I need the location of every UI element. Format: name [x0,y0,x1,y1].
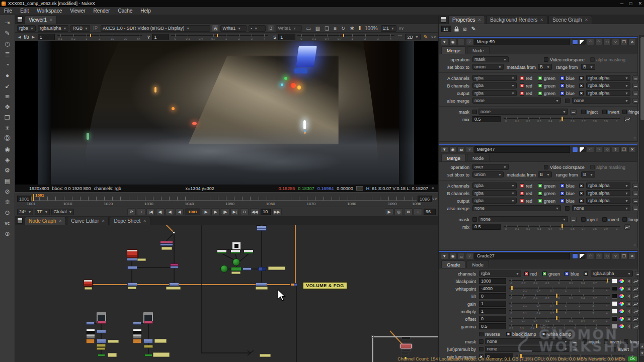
vc-icon[interactable]: vc [2,219,13,227]
dag-node-bluestack[interactable] [257,226,267,231]
operation-select[interactable]: over▼ [472,164,509,170]
views-icon[interactable]: ◉ [2,145,13,153]
range-from-select[interactable]: B▼ [581,171,595,177]
minimize-button[interactable]: ─ [620,1,623,6]
dag-sticky-note[interactable] [128,287,136,289]
exposure-next-icon[interactable]: ▶ [31,35,35,39]
red-checkbox[interactable]: ✕ [524,272,529,276]
dag-sticky-note[interactable] [162,247,172,250]
frame-range-mode-select[interactable]: Global▼ [51,209,74,215]
red-checkbox[interactable]: ✕ [520,76,524,80]
blue-checkbox[interactable]: ✕ [560,199,565,203]
range-end-input[interactable]: 96 [424,209,436,215]
split-rgba-button[interactable]: 4 [626,324,632,329]
display-channels-select[interactable]: RGB▼ [70,25,90,32]
split-rgba-button[interactable]: 4 [626,286,632,292]
gain-slider[interactable]: 00.10.40.71234 [509,301,610,307]
panel-tab-merge[interactable]: Merge [441,154,466,161]
channel-more-button[interactable]: ▬ [570,217,577,222]
alpha-channel-select[interactable]: rgba.alpha▼ [586,183,630,189]
dag-node-blue[interactable] [97,330,106,333]
dag-node-whitedot[interactable] [173,231,175,234]
keyer-icon[interactable]: ↙ [2,81,13,90]
info-options-icon[interactable]: ▼ [431,187,435,190]
red-checkbox[interactable]: ✕ [520,184,524,188]
mix-input[interactable]: 0.5 [472,116,501,122]
video-colorspace-checkbox[interactable] [544,57,548,62]
black-clamp-checkbox[interactable]: ✕ [506,332,511,336]
dag-node-blue[interactable] [133,322,141,325]
mask-select[interactable]: none▼ [478,216,568,222]
toolsets-icon[interactable]: ⚙ [2,166,13,174]
invert-checkbox[interactable] [602,217,607,222]
alpha-checkbox[interactable]: ✕ [579,91,584,96]
blackpoint-slider[interactable]: -1-0.7-0.4-0.100.10.40.71 [509,278,610,285]
slider-handle[interactable] [556,316,557,320]
center-node-icon[interactable]: ◉ [449,39,457,45]
color-wheel-button[interactable] [619,309,624,314]
time-icon[interactable]: ◷ [2,39,13,48]
animation-curve-button[interactable] [624,224,630,230]
download-icon[interactable]: ↓ [414,208,422,215]
gamma-input[interactable]: 0.5 [479,323,506,329]
tab-curve-editor[interactable]: Curve Editor✕ [67,217,109,225]
dag-node-greenflat[interactable] [98,354,105,356]
scroll-up-icon[interactable]: ▲ [639,343,644,349]
properties-scrollbar[interactable]: ▲ ▼ [639,35,644,362]
hide-input-icon[interactable]: ⚍ [457,39,465,45]
animation-curve-button[interactable] [633,286,639,292]
dag-sticky-note[interactable] [166,287,181,290]
input-process-toggle[interactable]: IP [92,26,99,31]
exposure-prev-icon[interactable]: ◀ [17,35,22,39]
mix-input[interactable]: 0.5 [472,224,501,230]
3d-icon[interactable]: ❒ [2,113,13,122]
float-panel-icon[interactable]: ❐ [620,146,628,153]
alpha-checkbox[interactable]: ✕ [579,199,584,203]
dag-node-red3d[interactable] [84,280,93,287]
alpha-checkbox[interactable]: ✕ [579,83,584,88]
animation-curve-button[interactable] [633,279,639,284]
gamma-slider[interactable]: 0.20.30.40.50.712345 [509,323,610,330]
dag-node-cam[interactable] [230,249,240,254]
roi-icon[interactable]: ▨ [314,26,321,31]
slider-handle[interactable] [556,309,557,313]
saturation-slider[interactable]: 00.10.40.71234 [297,34,394,41]
zoom-level[interactable]: 100% [364,26,379,31]
gamma-display-icon[interactable]: ❏ [324,26,330,31]
color-swatch-button[interactable] [612,316,617,321]
tf-select[interactable]: TF▼ [35,209,50,215]
also-merge-select[interactable]: none▼ [472,205,561,211]
whitepoint-slider[interactable]: 00.10.40.71234 [509,286,610,292]
sparks-icon[interactable]: ❊ [2,198,13,206]
blue-checkbox[interactable]: ✕ [560,191,565,196]
channel-more-button[interactable]: ▬ [632,98,639,104]
green-checkbox[interactable]: ✕ [542,272,547,276]
color-icon[interactable]: ◔ [2,60,13,69]
red-checkbox[interactable]: ✕ [520,191,524,196]
blue-checkbox[interactable]: ✕ [565,272,569,276]
menu-file[interactable]: File [4,8,12,14]
gamma-slider[interactable]: 00.10.40.71234 [171,34,268,41]
red-checkbox[interactable]: ✕ [520,199,524,203]
dag-sticky-note[interactable] [256,287,268,290]
pencil-icon[interactable]: ✎ [423,34,429,40]
volume-fog-label[interactable]: VOLUME & FOG [302,282,348,290]
color-wheel-button[interactable] [619,324,624,329]
slider-handle[interactable] [556,294,557,298]
float-panel-icon[interactable]: ❐ [620,253,628,259]
alpha-channel-select[interactable]: rgba.alpha▼ [591,270,633,277]
timeline-overflow-icon[interactable]: ∨∨ [432,197,437,201]
alpha-masking-checkbox[interactable] [590,165,595,169]
mask-checkbox[interactable] [479,339,484,344]
invert-checkbox[interactable] [602,110,607,114]
blue-checkbox[interactable]: ✕ [560,76,565,80]
dag-node-darkbar[interactable] [401,350,411,352]
step-back-icon[interactable]: ◀ [166,208,174,215]
animation-curve-button[interactable] [624,117,630,122]
channel-more-button[interactable]: ▬ [632,83,639,88]
blue-checkbox[interactable]: ✕ [560,91,565,96]
layer-select[interactable]: rgba▼ [17,25,36,32]
dag-sticky-note[interactable] [260,354,271,357]
mix-slider[interactable]: 00.10.20.30.40.50.60.70.80.91 [504,116,620,123]
center-node-icon[interactable]: ◉ [449,253,457,259]
